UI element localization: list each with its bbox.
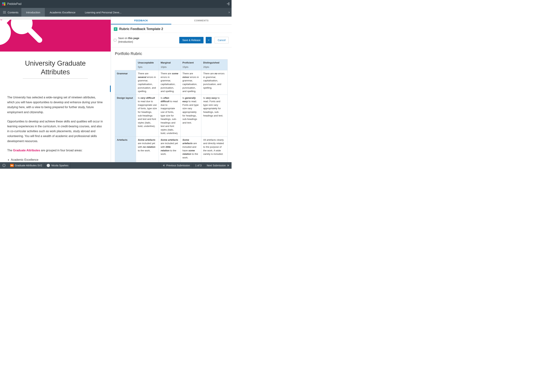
avatar [47,164,50,167]
svg-point-9 [0,20,11,45]
rubric-cell[interactable]: There are minor errors in grammar, capit… [180,70,201,95]
rubric-cell[interactable]: Is often difficult to read due to inappr… [159,95,180,136]
col-header: Proficient15pts [180,60,201,70]
workspace-name: Graduate Attributes SV2 [15,164,42,167]
feedback-badge: F [114,27,117,31]
contents-label: Contents [8,11,19,14]
feedback-pane-tabs: FEEDBACK COMMENTS [111,17,231,25]
rubric-cell[interactable]: Some reflections do not explain growth o… [159,161,180,162]
rubric-cell[interactable]: There are several errors in grammar, cap… [136,70,159,95]
rubric-cell[interactable]: Is generally easy to read. Fonts and typ… [180,95,201,136]
tabs-bar: Contents Introduction Academic Excellenc… [0,8,231,17]
svg-point-5 [3,12,4,13]
pebblepad-logo-icon [2,2,6,6]
hero-image [0,20,111,51]
svg-point-4 [3,11,4,12]
tab-learning-personal-dev[interactable]: Learning and Personal Deve... [80,8,126,17]
next-submission-button[interactable]: Next Submission [204,162,231,169]
rubric-cell[interactable]: All reflections clearly explain growth, … [201,161,228,162]
intro-para-3: The Graduate Attributes are grouped in f… [7,148,104,153]
tab-introduction[interactable]: Introduction [21,8,45,17]
feedback-template-title: Rubric Feedback Template 2 [119,27,163,31]
feedback-pane: FEEDBACK COMMENTS F Rubric Feedback Temp… [111,17,231,162]
rubric-cell[interactable]: All artefacts clearly and directly relat… [201,136,228,161]
brand-name: PebblePad [7,2,21,6]
rubric-cell[interactable]: Some artefacts are included and have som… [180,136,201,161]
feedback-header: F Rubric Feedback Template 2 [111,25,231,33]
portfolio-pane: University Graduate Attributes The Unive… [0,17,111,162]
rubric-cell[interactable]: Is very easy to read. Fonts and type siz… [201,95,228,136]
topbar: PebblePad [0,0,231,8]
rubric-cell[interactable]: Is very difficult to read due to inappro… [136,95,159,136]
rubric-cell[interactable]: Some artefacts are included yet with lit… [159,136,180,161]
col-header: Distinguished20pts [201,60,228,70]
cancel-button[interactable]: Cancel [215,37,229,43]
save-row: Save on this page (Introduction) Save & … [111,33,231,47]
tab-academic-excellence[interactable]: Academic Excellence [45,8,80,17]
save-on-page-checkbox[interactable] [114,39,116,41]
rubric-container: Portfolio Rubric Unacceptable5pts Margin… [111,47,231,162]
user-name: Nicola Sparkes [51,164,68,167]
svg-point-2 [2,4,4,6]
rubric-title: Portfolio Rubric [115,51,228,56]
intro-para-2: Opportunities to develop and achieve the… [7,119,104,144]
attribute-areas-list: Academic Excellence Critical Thinking & … [11,157,104,162]
svg-point-0 [2,2,4,4]
workspace-chip[interactable]: Wb Graduate Attributes SV2 [8,162,44,169]
rubric-cell[interactable]: There are some errors in grammar, capita… [159,70,180,95]
rubric-cell[interactable]: No reflections explain growth or include… [136,161,159,162]
pane-resize-handle[interactable] [110,85,111,92]
row-header: Artefacts [115,136,136,161]
row-header: Design layout [115,95,136,136]
col-header: Marginal10pts [159,60,180,70]
graduate-attributes-link[interactable]: Graduate Attributes [13,149,40,152]
rubric-table: Unacceptable5pts Marginal10pts Proficien… [115,59,228,162]
contents-button[interactable]: Contents [0,8,21,17]
intro-para-1: The University has selected a wide-rangi… [7,95,104,115]
row-header: Grammar [115,70,136,95]
tab-comments[interactable]: COMMENTS [171,17,232,24]
row-header: Reflection [115,161,136,162]
tab-scroll-right[interactable] [227,8,231,17]
page-title: University Graduate Attributes [14,59,96,76]
svg-point-3 [4,4,5,6]
rubric-cell[interactable]: Most of the reflections explain growth a… [180,161,201,162]
prev-submission-button[interactable]: Previous Submission [160,162,193,169]
portfolio-content: University Graduate Attributes The Unive… [0,51,111,162]
wb-badge: Wb [10,164,14,167]
svg-point-1 [4,2,5,4]
col-header: Unacceptable5pts [136,60,159,70]
main: University Graduate Attributes The Unive… [0,17,231,162]
save-on-page-label: Save on this page (Introduction) [118,37,177,44]
save-release-button[interactable]: Save & Release [179,37,203,43]
submission-count: 1 of 3 [193,162,204,169]
footer: Wb Graduate Attributes SV2 Nicola Sparke… [0,162,231,169]
save-release-dropdown[interactable] [206,37,212,43]
tab-feedback[interactable]: FEEDBACK [111,17,171,24]
info-button[interactable] [0,162,8,169]
user-chip[interactable]: Nicola Sparkes [44,162,71,169]
list-item: Academic Excellence [11,157,104,162]
rubric-cell[interactable]: There are no errors in grammar, capitali… [201,70,228,95]
brand[interactable]: PebblePad [2,2,21,6]
exit-button[interactable] [226,2,230,6]
svg-point-6 [3,13,4,14]
rubric-cell[interactable]: Some artefacts are included yet with no … [136,136,159,161]
